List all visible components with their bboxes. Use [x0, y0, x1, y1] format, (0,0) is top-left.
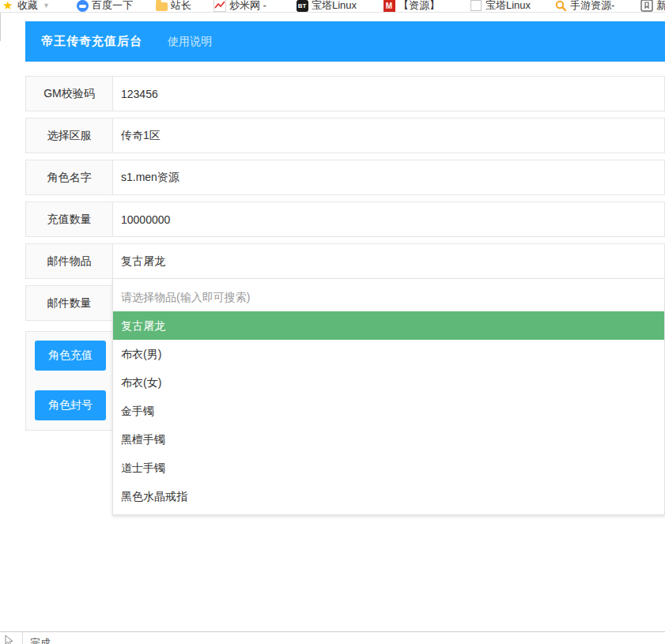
star-icon: ★ — [2, 0, 14, 12]
form-row-character-name: 角色名字 s1.men资源 — [25, 160, 665, 195]
field-label: 邮件数量 — [26, 286, 113, 320]
form-row-recharge-amount: 充值数量 10000000 — [25, 201, 665, 237]
bookmark-label: 手游资源- — [570, 0, 614, 13]
bookmark-baota-linux-1[interactable]: BT 宝塔Linux — [296, 0, 357, 13]
cursor-arrow-icon — [4, 635, 15, 644]
recharge-amount-input[interactable]: 10000000 — [113, 202, 664, 236]
m-icon: M — [383, 0, 395, 12]
page-title: 帝王传奇充值后台 — [41, 34, 142, 49]
dropdown-option[interactable]: 金手镯 — [113, 397, 664, 425]
dropdown-option[interactable]: 黑檀手镯 — [113, 425, 664, 454]
mail-item-select[interactable]: 复古屠龙 — [113, 244, 664, 278]
ban-button[interactable]: 角色封号 — [35, 390, 106, 420]
bookmark-label: 宝塔Linux — [486, 0, 531, 13]
page: ★ 收藏 ▼ 百度一下 站长 炒米网 - BT 宝塔Linux M 【资源】 — [0, 0, 665, 644]
bookmark-baidu[interactable]: 百度一下 — [76, 0, 133, 13]
form-row-mail-item: 邮件物品 复古屠龙 — [25, 243, 665, 279]
bookmark-chaomiwang[interactable]: 炒米网 - — [213, 0, 266, 13]
bookmark-ziyuan[interactable]: M 【资源】 — [383, 0, 440, 13]
bookmark-zhanzhang[interactable]: 站长 — [155, 0, 191, 13]
bookmark-label: 炒米网 - — [229, 0, 266, 13]
chevron-down-icon[interactable]: ▼ — [43, 2, 50, 9]
dropdown-option[interactable]: 黑色水晶戒指 — [113, 482, 664, 510]
server-select[interactable]: 传奇1区 — [113, 119, 664, 153]
bookmark-new[interactable]: 新 — [640, 0, 665, 13]
form-row-server: 选择区服 传奇1区 — [25, 118, 665, 153]
bookmark-baota-linux-2[interactable]: 宝塔Linux — [470, 0, 531, 13]
nav-item-instructions[interactable]: 使用说明 — [168, 35, 212, 49]
form-row-gm-code: GM校验码 123456 — [25, 76, 665, 111]
gm-code-input[interactable]: 123456 — [113, 77, 664, 111]
dropdown-option[interactable]: 布衣(女) — [113, 368, 664, 397]
bookmark-label: 宝塔Linux — [312, 0, 357, 13]
bookmark-label: 新 — [656, 0, 665, 13]
status-divider — [22, 632, 23, 644]
dropdown-option[interactable]: 道士手镯 — [113, 454, 664, 482]
bookmark-favorites[interactable]: ★ 收藏 ▼ — [2, 0, 50, 13]
bookmark-add-icon — [640, 0, 653, 12]
status-text: 完成 — [30, 636, 51, 644]
character-name-input[interactable]: s1.men资源 — [113, 160, 664, 194]
field-label: 充值数量 — [26, 202, 113, 236]
window-edge-line — [0, 13, 1, 41]
line-chart-icon — [213, 0, 226, 12]
bookmark-shouyou-ziyuan[interactable]: 手游资源- — [554, 0, 614, 13]
item-select-dropdown: 请选择物品(输入即可搜索) 复古屠龙 布衣(男) 布衣(女) 金手镯 黑檀手镯 … — [112, 278, 665, 515]
field-label: 邮件物品 — [26, 244, 113, 278]
bookmarks-bar: ★ 收藏 ▼ 百度一下 站长 炒米网 - BT 宝塔Linux M 【资源】 — [0, 0, 665, 13]
bookmark-label: 百度一下 — [92, 0, 133, 13]
bookmark-label: 站长 — [171, 0, 191, 13]
field-label: 角色名字 — [26, 160, 113, 194]
app-header: 帝王传奇充值后台 使用说明 — [25, 21, 665, 62]
action-buttons-panel: 角色充值 角色封号 — [25, 331, 114, 431]
dropdown-option[interactable]: 布衣(男) — [113, 340, 664, 368]
bookmark-label: 【资源】 — [399, 0, 440, 13]
dropdown-option-selected[interactable]: 复古屠龙 — [113, 311, 664, 340]
field-label: 选择区服 — [26, 119, 113, 153]
orange-search-icon — [554, 0, 567, 12]
blank-favicon-icon — [470, 0, 482, 12]
recharge-button[interactable]: 角色充值 — [35, 341, 106, 371]
dropdown-placeholder: 请选择物品(输入即可搜索) — [113, 283, 664, 311]
baidu-icon — [76, 0, 89, 12]
folder-icon — [155, 0, 168, 12]
status-bar: 完成 — [0, 631, 665, 644]
bookmark-label: 收藏 — [17, 0, 38, 13]
bt-icon: BT — [296, 0, 308, 12]
field-label: GM校验码 — [26, 77, 113, 111]
